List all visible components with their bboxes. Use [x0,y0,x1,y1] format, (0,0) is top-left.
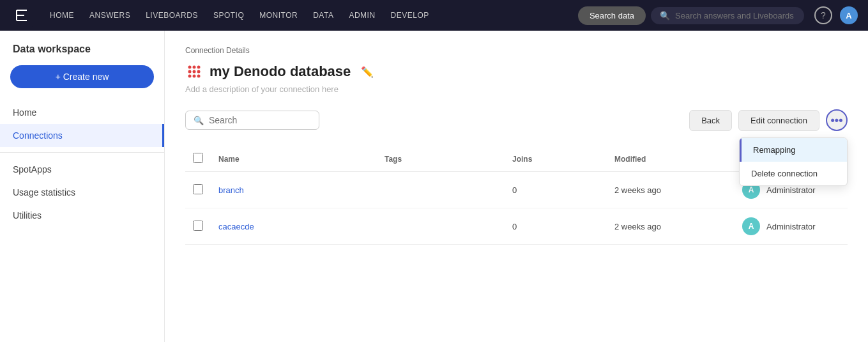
search-data-button[interactable]: Search data [578,6,646,25]
search-input[interactable] [209,115,311,125]
table-header-joins: Joins [505,146,607,172]
sidebar-item-utilities[interactable]: Utilities [0,204,164,227]
select-all-checkbox[interactable] [193,153,203,163]
denodo-icon [185,63,203,81]
nav-spotiq[interactable]: SPOTIQ [207,7,250,24]
edit-connection-button[interactable]: Edit connection [738,110,819,131]
row-tags [377,172,505,208]
dropdown-item-delete-connection[interactable]: Delete connection [740,162,847,185]
create-new-button[interactable]: + Create new [10,65,154,88]
sidebar-item-connections[interactable]: Connections [0,124,164,147]
row-modified: 2 weeks ago [607,208,735,245]
row-creator: A Administrator [735,208,848,245]
row-checkbox-cell [185,172,211,208]
edit-connection-name-button[interactable]: ✏️ [357,65,377,79]
svg-point-11 [188,75,192,78]
table-header-modified: Modified [607,146,735,172]
row-modified: 2 weeks ago [607,172,735,208]
row-tags [377,208,505,245]
topnav-right: ? A [814,6,858,24]
svg-point-7 [197,66,201,69]
nav-liveboards[interactable]: LIVEBOARDS [139,7,204,24]
table-header-tags: Tags [377,146,505,172]
row-checkbox[interactable] [193,221,203,231]
more-options-button[interactable]: ••• [826,109,848,131]
creator-avatar: A [742,217,760,235]
nav-develop[interactable]: DEVELOP [385,7,436,24]
search-icon: 🔍 [194,116,204,125]
back-button[interactable]: Back [689,110,732,131]
table-row: cacaecde 0 2 weeks ago A Administrator [185,208,848,245]
sidebar-title: Data workspace [0,43,164,65]
connection-title: my Denodo database [209,63,351,80]
main-layout: Data workspace + Create new Home Connect… [0,31,868,342]
dropdown-item-remapping[interactable]: Remapping [740,138,847,162]
help-button[interactable]: ? [814,6,832,24]
main-content: Connection Details my Denodo database ✏️ [165,31,868,342]
svg-point-8 [188,70,192,74]
user-avatar[interactable]: A [840,6,858,24]
search-icon: 🔍 [660,11,670,20]
app-logo[interactable] [10,4,33,27]
svg-point-13 [197,75,201,78]
toolbar-right: Back Edit connection ••• Remapping Delet… [689,109,848,131]
creator-name: Administrator [766,222,816,231]
breadcrumb: Connection Details [185,46,848,55]
connection-description: Add a description of your connection her… [185,84,848,94]
top-navigation: HOME ANSWERS LIVEBOARDS SPOTIQ MONITOR D… [0,0,868,31]
nav-admin[interactable]: ADMIN [342,7,381,24]
row-name[interactable]: branch [211,172,377,208]
row-joins: 0 [505,208,607,245]
svg-point-9 [193,70,196,74]
row-checkbox[interactable] [193,184,203,194]
nav-links: HOME ANSWERS LIVEBOARDS SPOTIQ MONITOR D… [43,7,573,24]
creator-name: Administrator [766,185,816,195]
svg-point-5 [188,66,192,69]
svg-point-12 [193,75,196,78]
dropdown-menu: Remapping Delete connection [739,137,848,186]
toolbar: 🔍 Back Edit connection ••• Remapping Del… [185,109,848,131]
sidebar-item-usage-statistics[interactable]: Usage statistics [0,181,164,204]
sidebar-nav: Home Connections SpotApps Usage statisti… [0,101,164,329]
table-header-name: Name [211,146,377,172]
nav-home[interactable]: HOME [43,7,80,24]
sidebar: Data workspace + Create new Home Connect… [0,31,165,342]
row-checkbox-cell [185,208,211,245]
row-joins: 0 [505,172,607,208]
search-box[interactable]: 🔍 [185,111,319,130]
sidebar-item-home[interactable]: Home [0,101,164,124]
nav-monitor[interactable]: MONITOR [253,7,304,24]
sidebar-divider [0,152,164,153]
svg-point-6 [193,66,196,69]
nav-answers[interactable]: ANSWERS [83,7,137,24]
global-search-input[interactable] [675,11,795,20]
ellipsis-icon: ••• [831,114,843,127]
row-name[interactable]: cacaecde [211,208,377,245]
nav-data[interactable]: DATA [307,7,340,24]
sidebar-item-spotapps[interactable]: SpotApps [0,158,164,181]
table-header-checkbox [185,146,211,172]
connection-header: my Denodo database ✏️ [185,63,848,81]
svg-point-10 [197,70,201,74]
global-search[interactable]: 🔍 [651,7,804,24]
